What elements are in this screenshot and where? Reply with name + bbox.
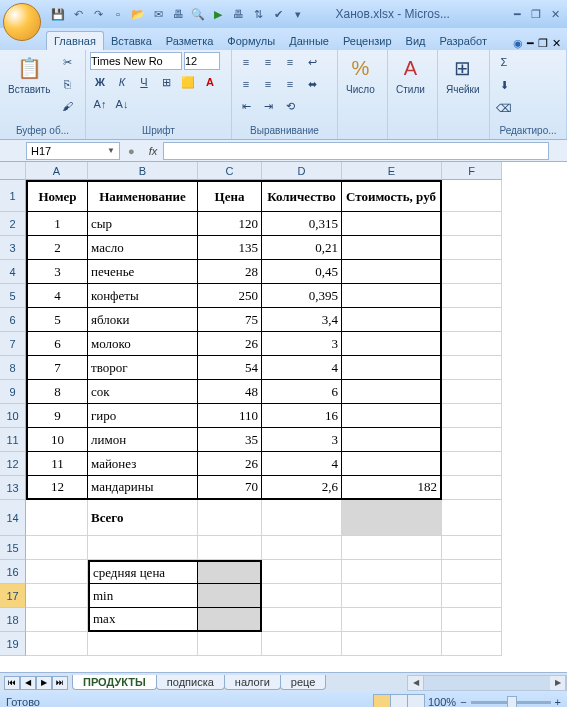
cell[interactable]: печенье [88,260,198,284]
paste-button[interactable]: 📋 Вставить [4,52,54,97]
cell[interactable]: яблоки [88,308,198,332]
cell[interactable]: 2 [26,236,88,260]
cell[interactable]: конфеты [88,284,198,308]
cell[interactable]: 75 [198,308,262,332]
namebox-dropdown-icon[interactable]: ▼ [107,146,115,155]
cell[interactable]: 11 [26,452,88,476]
qat-more-icon[interactable]: ▾ [290,6,306,22]
cell[interactable] [342,452,442,476]
stat-label[interactable]: средняя цена [88,560,198,584]
indent-dec-icon[interactable]: ⇤ [236,96,256,116]
cell[interactable] [442,476,502,500]
row-head-5[interactable]: 5 [0,284,26,308]
cell[interactable] [26,560,88,584]
cell[interactable] [342,428,442,452]
sheet-nav-last-icon[interactable]: ⏭ [52,676,68,690]
stat-label[interactable]: max [88,608,198,632]
cell[interactable]: 4 [26,284,88,308]
help-icon[interactable]: ◉ [513,37,523,50]
row-head-6[interactable]: 6 [0,308,26,332]
row-head-10[interactable]: 10 [0,404,26,428]
cell[interactable]: 0,315 [262,212,342,236]
view-break-icon[interactable] [407,694,425,707]
header-cell[interactable]: Цена [198,180,262,212]
sheet-tab-3[interactable]: реце [280,675,327,690]
scroll-right-icon[interactable]: ▶ [550,676,566,690]
cell[interactable] [342,308,442,332]
worksheet[interactable]: ABCDEF1НомерНаименованиеЦенаКоличествоСт… [0,162,567,672]
cell[interactable]: 4 [262,356,342,380]
cell[interactable] [26,584,88,608]
cell[interactable] [442,356,502,380]
cell[interactable] [342,236,442,260]
sheet-nav-first-icon[interactable]: ⏮ [4,676,20,690]
header-cell[interactable]: Наименование [88,180,198,212]
cell[interactable]: 2,6 [262,476,342,500]
format-painter-icon[interactable]: 🖌 [57,96,77,116]
cell[interactable] [342,536,442,560]
tab-home[interactable]: Главная [46,31,104,50]
row-head-4[interactable]: 4 [0,260,26,284]
tab-developer[interactable]: Разработ [433,32,494,50]
sheet-tab-1[interactable]: подписка [156,675,225,690]
sort-icon[interactable]: ⇅ [250,6,266,22]
autosum-icon[interactable]: Σ [494,52,514,72]
header-cell[interactable]: Стоимость, руб [342,180,442,212]
row-head-18[interactable]: 18 [0,608,26,632]
cut-icon[interactable]: ✂ [57,52,77,72]
run-icon[interactable]: ▶ [210,6,226,22]
cell[interactable]: гиро [88,404,198,428]
tab-data[interactable]: Данные [282,32,336,50]
grow-font-icon[interactable]: A↑ [90,94,110,114]
tab-insert[interactable]: Вставка [104,32,159,50]
select-all[interactable] [0,162,26,180]
cell[interactable] [442,308,502,332]
view-layout-icon[interactable] [390,694,408,707]
tab-formulas[interactable]: Формулы [220,32,282,50]
row-head-2[interactable]: 2 [0,212,26,236]
cell[interactable]: 70 [198,476,262,500]
cell[interactable] [442,428,502,452]
cell[interactable]: 120 [198,212,262,236]
copy-icon[interactable]: ⎘ [57,74,77,94]
cell[interactable] [442,500,502,536]
orientation-icon[interactable]: ⟲ [280,96,300,116]
cell[interactable]: лимон [88,428,198,452]
cell[interactable]: 3 [262,428,342,452]
align-mid-icon[interactable]: ≡ [258,52,278,72]
align-top-icon[interactable]: ≡ [236,52,256,72]
row-head-13[interactable]: 13 [0,476,26,500]
cell[interactable]: мандарины [88,476,198,500]
cell[interactable] [342,404,442,428]
cell[interactable] [26,608,88,632]
cells-button[interactable]: ⊞Ячейки [442,52,484,97]
restore-icon[interactable]: ❐ [538,37,548,50]
cell[interactable]: 7 [26,356,88,380]
wrap-icon[interactable]: ↩ [302,52,322,72]
align-right-icon[interactable]: ≡ [280,74,300,94]
cell[interactable] [342,584,442,608]
styles-button[interactable]: AСтили [392,52,429,97]
header-cell[interactable]: Количество [262,180,342,212]
cell[interactable] [342,608,442,632]
open-icon[interactable]: 📂 [130,6,146,22]
maximize-button[interactable]: ❐ [528,6,544,22]
cell[interactable] [26,632,88,656]
cell[interactable] [262,500,342,536]
cell[interactable] [262,560,342,584]
cell[interactable] [442,284,502,308]
min-ribbon-icon[interactable]: ━ [527,37,534,50]
close-button[interactable]: ✕ [547,6,563,22]
shrink-font-icon[interactable]: A↓ [112,94,132,114]
cell[interactable] [342,212,442,236]
spell-icon[interactable]: ✔ [270,6,286,22]
fx-icon[interactable]: fx [149,145,158,157]
row-head-3[interactable]: 3 [0,236,26,260]
cell[interactable]: 0,395 [262,284,342,308]
font-color-icon[interactable]: A [200,72,220,92]
preview-icon[interactable]: 🔍 [190,6,206,22]
row-head-8[interactable]: 8 [0,356,26,380]
cell[interactable]: 1 [26,212,88,236]
col-head-D[interactable]: D [262,162,342,180]
fill-color-icon[interactable]: 🟨 [178,72,198,92]
